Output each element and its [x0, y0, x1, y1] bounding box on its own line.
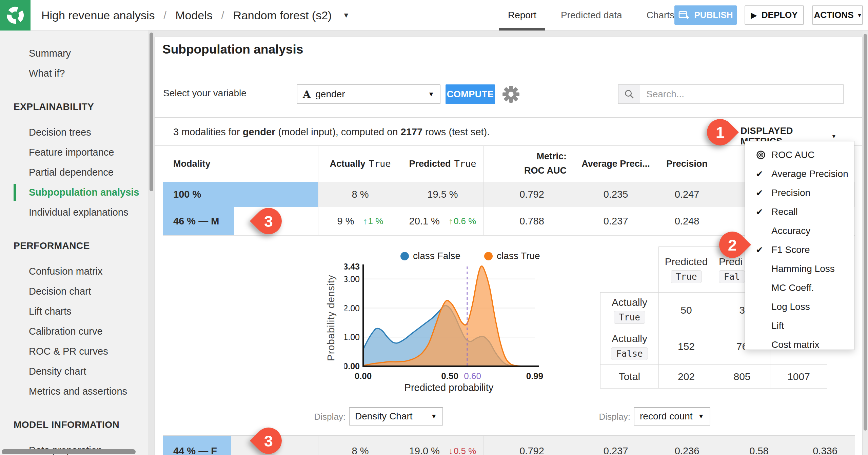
target-icon — [756, 150, 771, 160]
confusion-header-predicted-true: Predicted True — [659, 247, 714, 293]
breadcrumb-analysis[interactable]: High revenue analysis — [41, 9, 155, 22]
sidebar-item-label: Subpopulation analysis — [29, 187, 139, 198]
delta-up: ↑1 % — [363, 216, 383, 226]
menu-item-label: Lift — [771, 320, 784, 331]
avg-precision-value: 0.237 — [604, 216, 628, 227]
active-tab-underline — [499, 28, 545, 31]
menu-item-f1-score[interactable]: ✔ F1 Score — [745, 240, 854, 259]
logo-swirl-icon — [4, 4, 26, 26]
displayed-metrics-menu: ROC AUC ✔ Average Precision ✔ Precision … — [745, 141, 854, 350]
svg-text:3.00: 3.00 — [344, 274, 360, 284]
publish-button[interactable]: PUBLISH — [674, 5, 737, 25]
play-icon: ▶ — [751, 11, 757, 20]
sidebar-item-individual-explanations[interactable]: Individual explanations — [0, 202, 148, 222]
chevron-down-icon: ▾ — [832, 133, 835, 140]
sidebar-item-roc-pr-curves[interactable]: ROC & PR curves — [0, 341, 148, 361]
sidebar-item-what-if[interactable]: What if? — [0, 63, 148, 83]
svg-text:2.00: 2.00 — [344, 303, 360, 313]
roc-auc-value: 0.792 — [519, 446, 544, 455]
actions-button[interactable]: ACTIONS ▾ — [812, 5, 863, 25]
model-switcher-caret-icon[interactable]: ▼ — [342, 11, 350, 19]
sidebar-item-decision-trees[interactable]: Decision trees — [0, 122, 148, 142]
content-scrollbar-track — [863, 31, 868, 455]
menu-item-accuracy[interactable]: Accuracy — [745, 221, 854, 240]
dataiku-logo[interactable] — [0, 0, 31, 31]
variable-select[interactable]: A gender ▼ — [297, 84, 440, 104]
sidebar-section-model-information: MODEL INFORMATION — [0, 416, 148, 433]
sidebar-item-lift-charts[interactable]: Lift charts — [0, 301, 148, 321]
confusion-total-predicted-true: 202 — [659, 365, 714, 389]
compute-button[interactable]: COMPUTE — [446, 84, 495, 104]
sidebar-item-subpopulation-analysis[interactable]: Subpopulation analysis — [0, 182, 148, 202]
report-tabs: Report Predicted data Charts — [496, 0, 687, 31]
sidebar-horizontal-scrollbar[interactable] — [2, 449, 136, 454]
sidebar-item-calibration-curve[interactable]: Calibration curve — [0, 321, 148, 341]
menu-item-lift[interactable]: Lift — [745, 316, 854, 335]
sidebar-scrollbar-thumb[interactable] — [150, 33, 153, 191]
summary-text: (model input), computed on — [275, 126, 400, 137]
summary-variable: gender — [243, 126, 276, 137]
delta-value: 0.6 % — [454, 216, 476, 226]
menu-item-precision[interactable]: ✔ Precision — [745, 183, 854, 202]
menu-item-cost-matrix[interactable]: Cost matrix — [745, 335, 854, 354]
chevron-down-icon: ▼ — [431, 413, 437, 420]
menu-item-hamming-loss[interactable]: Hamming Loss — [745, 259, 854, 278]
svg-text:0.00: 0.00 — [355, 371, 372, 381]
sidebar-item-density-chart[interactable]: Density chart — [0, 361, 148, 381]
display-chart-label: Display: — [298, 412, 346, 422]
display-chart-select[interactable]: Density Chart ▼ — [349, 407, 443, 426]
sidebar-item-metrics-assertions[interactable]: Metrics and assertions — [0, 381, 148, 401]
display-matrix-select[interactable]: record count ▼ — [634, 407, 710, 426]
menu-item-log-loss[interactable]: Log Loss — [745, 297, 854, 316]
tab-charts-label: Charts — [647, 10, 674, 21]
predicted-true-value: 19.0 % — [409, 446, 440, 455]
deploy-label: DEPLOY — [762, 10, 798, 20]
header-label: Predicted — [659, 256, 714, 268]
tab-report[interactable]: Report — [496, 0, 549, 31]
down-arrow-icon: ↓ — [449, 446, 453, 455]
header-label: Predicted — [409, 159, 451, 169]
sidebar-section-performance: PERFORMANCE — [0, 237, 148, 254]
row-label: Actually — [600, 297, 658, 308]
confusion-row-actually-true: Actually True — [600, 293, 659, 328]
content-scrollbar-thumb[interactable] — [864, 34, 867, 431]
settings-gear-button[interactable] — [501, 84, 521, 104]
menu-item-mc-coeff[interactable]: MC Coeff. — [745, 278, 854, 297]
menu-item-roc-auc[interactable]: ROC AUC — [745, 145, 854, 164]
sidebar-item-partial-dependence[interactable]: Partial dependence — [0, 162, 148, 182]
menu-item-average-precision[interactable]: ✔ Average Precision — [745, 164, 854, 183]
header-actually-true: ActuallyTrue — [318, 145, 402, 182]
class-badge: Fal — [719, 270, 745, 283]
menu-item-label: MC Coeff. — [771, 282, 814, 293]
deploy-button[interactable]: ▶ DEPLOY — [745, 5, 804, 25]
search-input[interactable] — [640, 85, 843, 103]
header-label: ROC AUC — [524, 164, 567, 178]
header-roc-auc[interactable]: Metric: ROC AUC — [483, 145, 580, 182]
sidebar-item-confusion-matrix[interactable]: Confusion matrix — [0, 261, 148, 281]
header-precision[interactable]: Precision — [651, 145, 723, 182]
sidebar-item-decision-chart[interactable]: Decision chart — [0, 281, 148, 301]
breadcrumb-model[interactable]: Random forest (s2) — [233, 9, 332, 22]
check-icon: ✔ — [756, 169, 771, 179]
sidebar-item-feature-importance[interactable]: Feature importance — [0, 142, 148, 162]
confusion-total-predicted-false: 805 — [714, 365, 770, 389]
svg-text:0.00: 0.00 — [344, 361, 360, 371]
avg-precision-value: 0.235 — [604, 189, 628, 200]
sidebar-item-summary[interactable]: Summary — [0, 43, 148, 63]
modality-label: 46 % — M — [163, 216, 219, 227]
tab-predicted-data[interactable]: Predicted data — [549, 0, 634, 31]
svg-text:0.99: 0.99 — [526, 371, 544, 381]
select-variable-label: Select your variable — [163, 88, 246, 99]
predicted-true-value: 19.5 % — [427, 189, 458, 200]
breadcrumb-models[interactable]: Models — [175, 9, 213, 22]
header-label: Metric: — [536, 150, 567, 164]
svg-text:0.50: 0.50 — [441, 371, 458, 381]
search-box — [618, 84, 844, 104]
chevron-down-icon: ▼ — [698, 413, 704, 420]
header-average-precision[interactable]: Average Preci... — [580, 145, 651, 182]
confusion-false-positive: 152 — [659, 328, 714, 365]
menu-item-label: F1 Score — [771, 244, 810, 255]
menu-item-recall[interactable]: ✔ Recall — [745, 202, 854, 221]
header-label: Precision — [666, 159, 708, 169]
sidebar-scrollbar-track — [148, 31, 154, 455]
